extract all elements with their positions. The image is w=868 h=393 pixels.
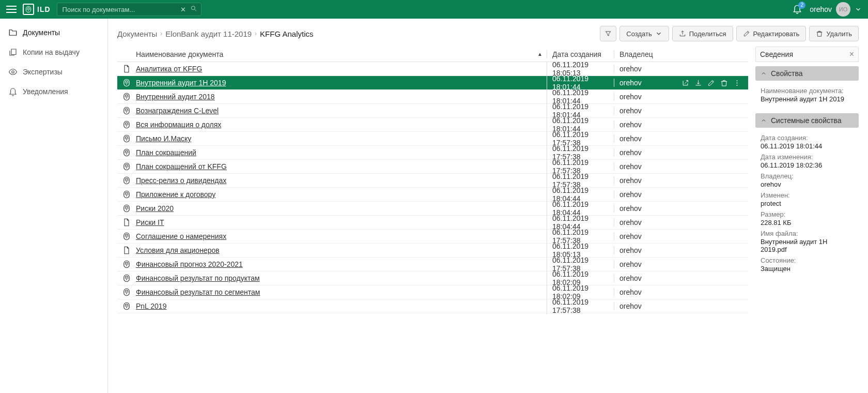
document-link[interactable]: Финансовый результат по продуктам [136, 274, 260, 282]
search-box: ✕ [57, 3, 202, 16]
table-row[interactable]: Внутренний аудит 1Н 201906.11.2019 18:01… [117, 76, 748, 90]
column-owner[interactable]: Владелец [614, 50, 676, 58]
close-icon[interactable]: × [849, 50, 854, 59]
user-menu[interactable]: orehov ИО [810, 2, 862, 17]
search-icon[interactable] [190, 5, 197, 14]
fingerprint-icon [122, 274, 131, 282]
cell-owner: orehov [614, 232, 676, 240]
cell-owner: orehov [614, 148, 676, 157]
fingerprint-icon [122, 232, 131, 240]
document-link[interactable]: PnL 2019 [136, 302, 166, 310]
table-row[interactable]: Внутренний аудит 201806.11.2019 18:01:44… [117, 90, 748, 104]
document-link[interactable]: План сокращений [136, 148, 196, 157]
table-row[interactable]: Пресс-релиз о дивидендах06.11.2019 17:57… [117, 174, 748, 188]
document-link[interactable]: Приложение к договору [136, 190, 215, 199]
search-input[interactable] [57, 3, 202, 16]
share-button[interactable]: Поделиться [672, 26, 733, 41]
table-row[interactable]: Финансовый результат по сегментам06.11.2… [117, 285, 748, 299]
breadcrumb-link[interactable]: ElonBank аудит 11-2019 [165, 29, 252, 38]
sidebar-item-documents[interactable]: Документы [0, 23, 107, 42]
menu-button[interactable] [6, 4, 17, 14]
user-name: orehov [810, 5, 832, 13]
document-icon [122, 246, 131, 254]
create-button[interactable]: Создать [619, 26, 669, 41]
table-row[interactable]: Финансовый результат по продуктам06.11.2… [117, 271, 748, 285]
clear-icon[interactable]: ✕ [180, 6, 186, 13]
section-system-properties-header[interactable]: Системные свойства [755, 113, 859, 128]
toolbar: Документы › ElonBank аудит 11-2019 › KFF… [108, 19, 868, 47]
document-link[interactable]: Условия для акционеров [136, 246, 220, 254]
breadcrumb-link[interactable]: Документы [117, 29, 157, 38]
cell-owner: orehov [614, 176, 676, 185]
edit-icon[interactable] [707, 79, 715, 87]
table-row[interactable]: План сокращений06.11.2019 17:57:38orehov [117, 146, 748, 160]
download-icon[interactable] [694, 79, 702, 87]
sidebar-item-label: Документы [23, 28, 60, 37]
sidebar-item-copies[interactable]: Копии на выдачу [0, 42, 107, 62]
sidebar-item-label: Копии на выдачу [23, 48, 80, 56]
open-icon[interactable] [681, 79, 689, 87]
document-link[interactable]: Соглашение о намерениях [136, 232, 226, 240]
chevron-down-icon [855, 6, 862, 13]
cell-owner: orehov [614, 107, 676, 115]
sidebar-item-expertise[interactable]: Экспертизы [0, 62, 107, 82]
document-link[interactable]: Внутренний аудит 1Н 2019 [136, 79, 226, 87]
chevron-up-icon [761, 117, 767, 124]
column-date[interactable]: Дата создания [547, 50, 614, 58]
document-link[interactable]: Риски IT [136, 218, 164, 226]
sidebar-item-label: Экспертизы [23, 68, 63, 76]
document-link[interactable]: Риски 2020 [136, 204, 174, 213]
copy-icon [8, 48, 18, 57]
details-panel: Сведения × Свойства Наименование докумен… [755, 47, 859, 384]
fingerprint-icon [122, 134, 131, 143]
chevron-down-icon [655, 30, 662, 37]
document-link[interactable]: Вознаграждения C-Level [136, 107, 219, 115]
delete-button[interactable]: Удалить [809, 26, 859, 41]
document-link[interactable]: Внутренний аудит 2018 [136, 93, 215, 101]
table-row[interactable]: Приложение к договору06.11.2019 18:04:44… [117, 188, 748, 202]
column-name[interactable]: Наименование документа ▲ [136, 50, 547, 58]
table-row[interactable]: План сокращений от KFFG06.11.2019 17:57:… [117, 160, 748, 174]
table-row[interactable]: Риски IT06.11.2019 18:04:44orehov [117, 216, 748, 230]
section-properties-header[interactable]: Свойства [755, 66, 859, 81]
document-link[interactable]: Финансовый прогноз 2020-2021 [136, 260, 243, 268]
breadcrumb-current: KFFG Analytics [260, 29, 313, 38]
edit-button[interactable]: Редактировать [736, 26, 807, 41]
notifications-badge: 2 [798, 2, 805, 9]
document-link[interactable]: Аналитика от KFFG [136, 65, 202, 73]
document-link[interactable]: План сокращений от KFFG [136, 162, 227, 171]
table-row[interactable]: Аналитика от KFFG06.11.2019 18:05:13oreh… [117, 62, 748, 76]
document-link[interactable]: Финансовый результат по сегментам [136, 288, 260, 296]
table-header: Наименование документа ▲ Дата создания В… [117, 47, 748, 62]
table-row[interactable]: PnL 201906.11.2019 17:57:38orehov [117, 299, 748, 313]
table-row[interactable]: Условия для акционеров06.11.2019 18:05:1… [117, 244, 748, 258]
fingerprint-icon [122, 79, 131, 87]
table-row[interactable]: Соглашение о намерениях06.11.2019 17:57:… [117, 230, 748, 244]
table-row[interactable]: Финансовый прогноз 2020-202106.11.2019 1… [117, 258, 748, 271]
document-link[interactable]: Письмо И.Маску [136, 134, 191, 143]
cell-owner: orehov [614, 274, 676, 282]
filter-icon [605, 30, 612, 37]
table-row[interactable]: Вознаграждения C-Level06.11.2019 18:01:4… [117, 104, 748, 118]
fingerprint-icon [122, 302, 131, 310]
cell-owner: orehov [614, 260, 676, 268]
prop-label: Наименование документа: [761, 87, 854, 95]
cell-owner: orehov [614, 288, 676, 296]
filter-button[interactable] [600, 26, 616, 41]
bell-icon [8, 87, 18, 96]
sidebar-item-notifications[interactable]: Уведомления [0, 82, 107, 101]
document-link[interactable]: Вся информация о долях [136, 120, 221, 129]
cell-owner: orehov [614, 162, 676, 171]
fingerprint-icon [122, 93, 131, 101]
breadcrumb: Документы › ElonBank аудит 11-2019 › KFF… [117, 29, 313, 38]
table-row[interactable]: Риски 202006.11.2019 18:04:44orehov [117, 202, 748, 216]
fingerprint-icon [122, 204, 131, 213]
document-link[interactable]: Пресс-релиз о дивидендах [136, 176, 226, 185]
trash-icon[interactable] [720, 79, 728, 87]
fingerprint-icon [122, 107, 131, 115]
table-row[interactable]: Письмо И.Маску06.11.2019 17:57:38orehov [117, 132, 748, 146]
table-row[interactable]: Вся информация о долях06.11.2019 18:01:4… [117, 118, 748, 132]
more-icon[interactable] [733, 79, 741, 87]
notifications-button[interactable]: 2 [792, 4, 802, 16]
share-icon [679, 30, 686, 37]
